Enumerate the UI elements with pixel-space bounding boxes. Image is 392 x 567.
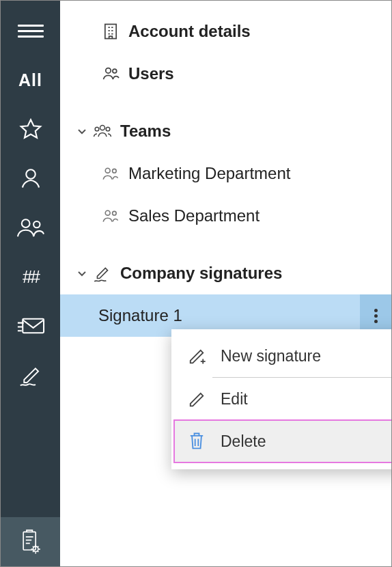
tree-item-label: Signature 1 xyxy=(98,306,182,325)
pencil-icon xyxy=(186,389,207,409)
star-icon xyxy=(18,117,43,141)
rail-item-settings[interactable] xyxy=(1,517,60,566)
pen-signature-dark-icon xyxy=(93,264,112,283)
menu-item-label: Delete xyxy=(221,432,266,451)
tree-item-signatures[interactable]: Company signatures xyxy=(60,252,391,294)
svg-point-7 xyxy=(106,68,111,73)
rail-item-user[interactable] xyxy=(1,154,60,203)
user-icon xyxy=(18,166,43,191)
rail-item-users[interactable] xyxy=(1,203,60,252)
menu-item-new-signature[interactable]: New signature xyxy=(174,335,392,377)
users-outline-icon xyxy=(101,64,120,83)
trash-icon xyxy=(186,431,207,452)
svg-point-13 xyxy=(113,169,117,173)
pen-plus-icon xyxy=(186,346,207,366)
tree-item-account-details[interactable]: Account details xyxy=(60,10,391,53)
menu-item-label: New signature xyxy=(221,347,321,365)
svg-point-8 xyxy=(113,69,117,73)
tree-item-label: Teams xyxy=(120,122,171,141)
svg-point-2 xyxy=(33,221,40,227)
team-icon xyxy=(93,122,112,141)
mail-send-icon xyxy=(16,314,46,338)
left-rail: All ## xyxy=(1,1,60,566)
chevron-down-icon xyxy=(75,124,89,138)
svg-rect-3 xyxy=(23,319,44,333)
tree-item-team[interactable]: Sales Department xyxy=(60,195,391,237)
tree-item-label: Users xyxy=(128,64,174,83)
svg-point-11 xyxy=(106,127,110,131)
building-icon xyxy=(101,22,120,41)
menu-item-edit[interactable]: Edit xyxy=(174,378,392,420)
two-users-icon xyxy=(101,164,120,183)
tree-item-team[interactable]: Marketing Department xyxy=(60,152,391,195)
pen-signature-icon xyxy=(18,363,43,387)
menu-button[interactable] xyxy=(1,6,60,55)
two-users-icon xyxy=(101,206,120,225)
vertical-dots-icon xyxy=(374,307,378,325)
tree-item-label: Sales Department xyxy=(128,206,260,225)
users-icon xyxy=(16,215,46,240)
svg-point-0 xyxy=(26,169,36,179)
tree-item-label: Account details xyxy=(128,22,251,41)
rail-item-favorites[interactable] xyxy=(1,105,60,154)
rail-item-mail[interactable] xyxy=(1,301,60,350)
clipboard-gear-icon xyxy=(18,529,43,554)
tree-item-label: Marketing Department xyxy=(128,164,290,183)
rail-item-signature[interactable] xyxy=(1,350,60,400)
tree-item-label: Company signatures xyxy=(120,264,282,283)
rail-item-hash[interactable]: ## xyxy=(1,252,60,301)
tree-item-users[interactable]: Users xyxy=(60,53,391,95)
svg-point-1 xyxy=(21,219,29,227)
context-menu: New signature Edit Delete xyxy=(171,329,392,469)
svg-point-14 xyxy=(105,210,110,215)
svg-point-10 xyxy=(95,127,99,131)
hamburger-icon xyxy=(18,21,44,41)
tree-panel: Account details Users Teams Marketing De… xyxy=(60,1,391,566)
tree-item-teams[interactable]: Teams xyxy=(60,110,391,152)
svg-point-15 xyxy=(113,211,117,215)
menu-item-label: Edit xyxy=(221,390,248,409)
chevron-down-icon xyxy=(75,266,89,280)
menu-item-delete[interactable]: Delete xyxy=(174,420,392,462)
svg-point-9 xyxy=(100,126,105,130)
rail-item-all[interactable]: All xyxy=(1,55,60,105)
svg-point-12 xyxy=(105,168,110,173)
